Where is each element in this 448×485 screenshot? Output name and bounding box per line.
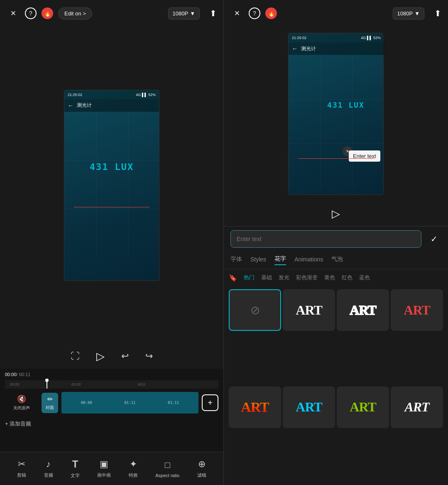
art-cell-2[interactable]: ART [337,289,389,331]
art-text-5: ART [296,399,322,415]
filter-basic[interactable]: 基础 [261,274,272,281]
left-red-line [74,207,149,207]
left-total-time: / 00:11 [17,372,31,377]
left-add-track-button[interactable]: + [202,394,218,411]
left-timeline-strip[interactable]: 00:00 01:11 01:11 [61,392,198,414]
tab-huazi[interactable]: 花字 [274,255,286,265]
aspect-ratio-icon: □ [165,460,170,470]
music-icon: ♪ [46,459,51,470]
toolbar-filter[interactable]: ⊕ 滤镜 [197,459,206,478]
art-cell-5[interactable]: ART [283,387,335,428]
art-text-1: ART [296,303,322,318]
left-lux-text: 431 LUX [90,162,134,172]
none-icon: ⊘ [250,303,260,317]
left-timeline-tracks: 🔇 关闭原声 ✏ 封面 00:00 01:11 01:11 + [0,389,223,417]
text-input-bar: ✓ [224,226,448,251]
right-back-arrow[interactable]: ← [292,45,298,52]
left-back-arrow[interactable]: ← [68,102,73,109]
art-cell-7[interactable]: ART [391,387,443,428]
style-tabs: 字体 Styles 花字 Animations 气泡 [224,251,448,269]
tab-styles[interactable]: Styles [250,256,266,264]
filter-gradient[interactable]: 彩色渐变 [296,274,318,281]
text-input-field[interactable] [230,230,421,248]
art-grid: ⊘ ART ART ART ART ART ART ART [224,286,448,485]
left-edit-button[interactable]: Edit on > [58,7,92,20]
left-undo-button[interactable]: ↩ [121,351,129,362]
left-redo-button[interactable]: ↪ [145,351,153,362]
left-top-bar: × ? 🔥 Edit on > 1080P ▼ ⬆ [0,0,223,27]
filter-blue[interactable]: 蓝色 [359,274,370,281]
left-grid-overlay [64,112,159,257]
left-phone-content: 431 LUX [64,112,159,257]
art-text-7: ART [404,399,429,415]
right-red-line [298,158,375,159]
right-phone-inner: 21:25:02 4G ▌▌ 52% ← 测光计 431 LUX [289,33,384,195]
text-overlay-box[interactable]: Enter text [349,150,380,162]
art-cell-1[interactable]: ART [283,289,335,331]
tab-bubble[interactable]: 气泡 [331,256,343,265]
left-mute-button[interactable]: 🔇 关闭原声 [5,394,38,411]
left-bottom-toolbar: ✂ 剪辑 ♪ 音频 T 文字 ▣ 画中画 ✦ 特效 □ Aspect ratio… [0,452,223,485]
art-cell-6[interactable]: ART [337,387,389,428]
art-text-2: ART [350,303,376,318]
filter-hot[interactable]: 热门 [244,274,255,281]
right-help-button[interactable]: ? [249,7,260,19]
left-playhead [47,380,47,389]
text-icon: T [72,458,78,470]
art-cell-none[interactable]: ⊘ [229,289,281,331]
left-video-area: 21:25:02 4G ▌▌ 52% ← 测光计 431 LUX [0,27,223,344]
right-grid-overlay [289,55,384,188]
left-controls-bar: ⛶ ▷ ↩ ↪ [0,344,223,369]
right-panel: × ? 🔥 1080P ▼ ⬆ 21:25:02 4G ▌▌ 52% ← 测光计 [224,0,448,485]
right-play-button[interactable]: ▷ [332,207,340,220]
right-nav-bar: ← 测光计 [289,42,384,55]
left-current-time: 00:00 [5,372,17,377]
art-text-4: ART [241,399,269,415]
toolbar-aspect-ratio[interactable]: □ Aspect ratio [155,460,179,478]
right-phone-content: 431 LUX × Enter text ⊡ [289,55,384,188]
right-status-bar: 21:25:02 4G ▌▌ 52% [289,33,384,42]
tab-font[interactable]: 字体 [230,256,242,265]
left-track-controls: 🔇 关闭原声 [5,394,38,411]
left-help-button[interactable]: ? [25,7,37,19]
toolbar-cut[interactable]: ✂ 剪辑 [17,459,26,478]
bookmark-icon[interactable]: 🔖 [229,274,237,282]
filter-yellow[interactable]: 黄色 [324,274,335,281]
left-play-button[interactable]: ▷ [96,350,105,363]
left-timeline-ruler: 00:00 00:02 00:0 [5,380,218,389]
art-cell-4[interactable]: ART [229,387,281,428]
right-lux-text: 431 LUX [327,101,365,109]
toolbar-text[interactable]: T 文字 [71,458,80,479]
scissors-icon: ✂ [18,459,25,470]
filter-glow[interactable]: 发光 [279,274,289,281]
toolbar-audio[interactable]: ♪ 音频 [44,459,53,478]
right-close-button[interactable]: × [230,8,244,19]
pip-icon: ▣ [100,459,108,470]
tab-animations[interactable]: Animations [294,256,323,264]
left-nav-bar: ← 测光计 [64,99,159,112]
left-timeline: 00:00 / 00:11 00:00 00:02 00:0 🔇 关闭原声 ✏ … [0,369,223,452]
toolbar-pip[interactable]: ▣ 画中画 [97,459,111,478]
left-timecodes: 00:00 / 00:11 [0,369,223,380]
left-cover-button[interactable]: ✏ 封面 [42,393,58,413]
right-video-area: 21:25:02 4G ▌▌ 52% ← 测光计 431 LUX [224,27,448,201]
left-resolution-button[interactable]: 1080P ▼ [168,7,200,20]
art-text-6: ART [350,399,376,415]
text-confirm-button[interactable]: ✓ [426,231,441,246]
right-upload-button[interactable]: ⬆ [434,8,441,18]
left-flame-icon[interactable]: 🔥 [42,7,53,19]
left-add-audio-button[interactable]: + 添加音频 [0,417,223,431]
right-flame-icon[interactable]: 🔥 [265,7,277,19]
left-status-bar: 21:25:02 4G ▌▌ 52% [64,90,159,99]
left-close-button[interactable]: × [7,8,20,19]
art-cell-3[interactable]: ART [391,289,443,331]
filter-red[interactable]: 红色 [342,274,353,281]
effects-icon: ✦ [130,459,137,470]
ruler-mark-1: 00:02 [71,382,81,387]
right-controls-bar: ▷ [224,201,448,226]
left-upload-button[interactable]: ⬆ [210,8,217,18]
left-expand-button[interactable]: ⛶ [71,351,80,362]
right-resolution-button[interactable]: 1080P ▼ [393,7,424,20]
toolbar-effects[interactable]: ✦ 特效 [129,459,138,478]
right-top-bar: × ? 🔥 1080P ▼ ⬆ [224,0,448,27]
